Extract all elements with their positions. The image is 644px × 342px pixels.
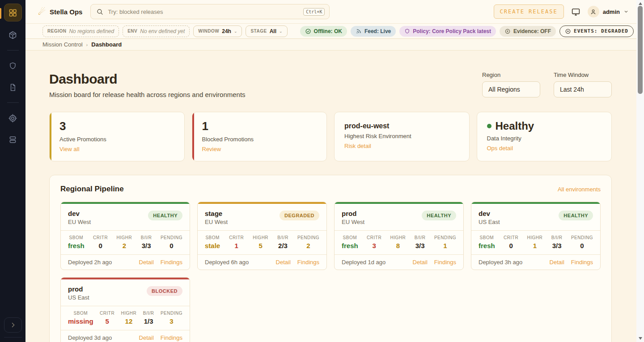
policy-status-pill[interactable]: Policy: Core Policy Pack latest (399, 26, 496, 37)
stat-value: 3/3 (415, 242, 425, 249)
stat-value: 5 (259, 242, 263, 249)
breadcrumb: Mission Control › Dashboard (25, 39, 636, 51)
detail-link[interactable]: Detail (139, 259, 154, 266)
regional-pipeline-panel: Regional Pipeline All environments dev E… (49, 175, 612, 342)
window-filter-pill[interactable]: WINDOW 24h ⌄ (193, 25, 242, 37)
stat-label: B/I/R (551, 235, 563, 240)
time-window-select[interactable]: Last 24h (554, 81, 612, 97)
stat-label: CRITR (229, 235, 244, 240)
env-filter-pill[interactable]: ENV No env defined yet (123, 25, 190, 37)
stat-label: B/I/R (141, 235, 152, 240)
feed-status-pill[interactable]: Feed: Live (351, 26, 396, 37)
stat-label: SBOM (69, 235, 83, 240)
stat-label: PENDING (434, 235, 456, 240)
stat-label: SBOM (74, 311, 88, 316)
stat-label: HIGHR (121, 311, 137, 316)
status-badge: HEALTHY (148, 211, 182, 220)
stat-value: 3/3 (142, 242, 151, 249)
region-filter-value: No regions defined (69, 28, 114, 34)
stat-label: CRITR (504, 235, 518, 240)
search-input[interactable] (108, 8, 299, 15)
detail-link[interactable]: Detail (139, 334, 154, 341)
highest-risk-label: Highest Risk Environment (344, 133, 459, 139)
risk-detail-link[interactable]: Risk detail (344, 143, 371, 149)
sidebar-divider (7, 102, 19, 103)
card-accent-edge (192, 112, 194, 161)
stage-filter-label: STAGE (250, 29, 267, 34)
sidebar-item-releases[interactable] (4, 27, 21, 43)
user-menu[interactable]: admin (588, 6, 629, 17)
stat-value: 1 (533, 242, 537, 249)
browser-scrollbar[interactable] (636, 0, 644, 342)
pipeline-card-stage-eu-west: stage EU West DEGRADED SBOMstale CRITR1 … (197, 202, 327, 270)
review-link[interactable]: Review (202, 146, 221, 152)
critical-stat: CRITR5 (100, 311, 114, 325)
stat-value: 5 (105, 317, 109, 325)
region-filter-label: REGION (47, 29, 66, 34)
scroll-up-arrow[interactable] (639, 2, 642, 5)
region-select[interactable]: All Regions (482, 81, 540, 97)
active-promotions-value: 3 (59, 120, 174, 133)
sbom-stat: SBOMstale (205, 235, 220, 249)
environment-name: dev (68, 210, 91, 217)
stat-value: 2 (123, 242, 126, 249)
active-promotions-label: Active Promotions (59, 136, 174, 143)
events-status-pill[interactable]: EVENTS: DEGRADED (559, 25, 634, 37)
critical-stat: CRITR1 (229, 235, 244, 249)
highest-risk-card: prod-eu-west Highest Risk Environment Ri… (334, 112, 470, 161)
pipeline-card-prod-us-east: prod US East BLOCKED SBOMmissing CRITR5 … (60, 277, 190, 342)
findings-link[interactable]: Findings (297, 259, 319, 266)
breadcrumb-mission-control[interactable]: Mission Control (42, 41, 83, 48)
stat-label: B/I/R (143, 311, 154, 316)
evidence-status-pill[interactable]: Evidence: OFF (500, 26, 556, 37)
pipeline-card-dev-us-east: dev US East HEALTHY SBOMfresh CRITR0 HIG… (471, 202, 601, 270)
region-filter-pill[interactable]: REGION No regions defined (42, 25, 119, 37)
deployed-timestamp: Deployed 2h ago (68, 259, 112, 266)
sidebar-item-documents[interactable] (4, 79, 21, 95)
detail-link[interactable]: Detail (413, 259, 428, 266)
stage-filter-pill[interactable]: STAGE All ⌄ (246, 25, 287, 37)
stat-label: SBOM (205, 235, 219, 240)
page-title: Dashboard (49, 72, 246, 87)
findings-link[interactable]: Findings (571, 259, 593, 266)
brand[interactable]: ☄ Stella Ops (38, 8, 82, 16)
page-subtitle: Mission board for release health across … (49, 91, 246, 98)
monitor-icon[interactable] (571, 7, 580, 17)
main-content: Dashboard Mission board for release heal… (25, 51, 636, 342)
ops-detail-link[interactable]: Ops detail (487, 145, 513, 152)
comet-logo-icon: ☄ (38, 8, 46, 16)
env-filter-value: No env defined yet (140, 28, 185, 34)
shield-icon (8, 61, 17, 71)
high-stat: HIGHR12 (121, 311, 137, 325)
stat-value: 1/3 (144, 317, 153, 325)
target-icon (565, 28, 571, 34)
all-environments-link[interactable]: All environments (558, 186, 601, 193)
detail-link[interactable]: Detail (276, 259, 291, 266)
stat-value: 0 (169, 242, 173, 249)
window-filter-label: WINDOW (198, 29, 219, 34)
status-badge: HEALTHY (422, 211, 456, 220)
offline-status-pill[interactable]: Offline: OK (300, 26, 347, 37)
critical-stat: CRITR3 (367, 235, 381, 249)
findings-link[interactable]: Findings (161, 334, 182, 341)
findings-link[interactable]: Findings (434, 259, 456, 266)
sidebar-item-security[interactable] (4, 58, 21, 74)
sidebar-expand-button[interactable] (4, 317, 22, 333)
scrollbar-thumb[interactable] (638, 6, 643, 94)
environment-name: dev (479, 210, 500, 217)
bir-stat: B/I/R1/3 (143, 311, 154, 325)
check-circle-icon (305, 28, 311, 34)
findings-link[interactable]: Findings (161, 259, 182, 266)
create-release-button[interactable]: CREATE RELEASE (494, 4, 564, 19)
chevron-right-icon (9, 321, 17, 329)
sidebar-item-settings[interactable] (4, 110, 21, 126)
view-all-link[interactable]: View all (59, 146, 80, 152)
sidebar-item-infrastructure[interactable] (4, 131, 21, 148)
sidebar-item-dashboard[interactable] (4, 4, 22, 21)
scroll-down-arrow[interactable] (639, 337, 642, 340)
stat-label: PENDING (161, 311, 182, 316)
detail-link[interactable]: Detail (550, 259, 564, 266)
sbom-stat: SBOMfresh (68, 235, 85, 249)
global-search[interactable]: Ctrl+K (90, 4, 330, 19)
bir-stat: B/I/R3/3 (551, 235, 563, 249)
